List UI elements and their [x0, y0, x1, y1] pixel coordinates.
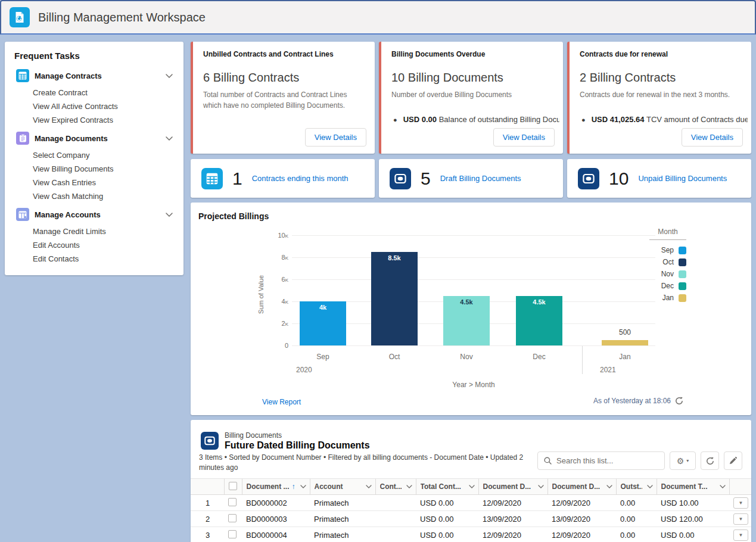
list-controls: ⚙ ▾ — [537, 451, 742, 470]
chevron-down-icon — [366, 485, 372, 488]
kpi-card: Billing Documents Overdue10 Billing Docu… — [379, 42, 563, 154]
chart-refresh-status: As of Yesterday at 18:06 — [593, 397, 683, 405]
sidebar-group-contracts[interactable]: Manage Contracts — [14, 68, 174, 83]
kpi-card-description: Number of overdue Billing Documents — [391, 89, 555, 100]
chart-bar-nov[interactable]: 4.5k — [443, 296, 490, 345]
row-actions-button[interactable]: ▼ — [733, 497, 748, 509]
cell-text: 13/09/2020 — [547, 511, 616, 527]
stat-tile[interactable]: 5Draft Billing Documents — [379, 159, 563, 198]
sidebar-item[interactable]: View Billing Documents — [14, 162, 174, 176]
sidebar-group-label: Manage Accounts — [35, 210, 166, 219]
cell-text: USD 0.00 — [416, 527, 478, 542]
stat-tiles-row: 1Contracts ending this month5Draft Billi… — [191, 159, 751, 198]
kpi-card: Unbilled Contracts and Contract Lines6 B… — [191, 42, 375, 154]
chevron-down-icon — [166, 136, 173, 141]
legend-swatch — [679, 294, 686, 302]
column-header[interactable]: Document T... — [657, 479, 729, 495]
column-header[interactable]: Outst... — [616, 479, 657, 495]
list-settings-button[interactable]: ⚙ ▾ — [670, 451, 696, 470]
column-header[interactable]: Total Cont... — [416, 479, 478, 495]
legend-entry: Sep — [649, 244, 686, 256]
chart-title: Projected Billings — [198, 211, 269, 221]
stat-tile-link[interactable]: Unpaid Billing Documents — [638, 174, 727, 183]
cell-link[interactable]: Primatech — [310, 511, 375, 527]
row-checkbox[interactable] — [228, 514, 237, 522]
legend-entry: Dec — [649, 280, 686, 292]
list-context-label: Billing Documents — [225, 431, 282, 440]
sort-ascending-icon: ↑ — [292, 482, 295, 491]
view-report-link[interactable]: View Report — [262, 398, 301, 406]
sidebar-item[interactable]: View All Active Contracts — [14, 99, 174, 113]
cell-text: 0.00 — [616, 511, 657, 527]
legend-entry-label: Sep — [661, 246, 674, 254]
select-all-header[interactable] — [224, 479, 242, 495]
cell-link[interactable]: BD0000002 — [242, 495, 310, 511]
cell-text: USD 10.00 — [657, 495, 729, 511]
row-actions-button[interactable]: ▼ — [733, 529, 748, 541]
sidebar-group-documents[interactable]: Manage Documents — [14, 131, 174, 145]
cell-link[interactable]: Primatech — [310, 495, 375, 511]
x-category-label: Sep — [300, 353, 346, 361]
cell-link[interactable]: Primatech — [310, 527, 375, 542]
y-tick-label: 10k — [266, 232, 288, 239]
accounts-icon — [16, 208, 29, 221]
sidebar-item[interactable]: View Expired Contracts — [14, 113, 174, 127]
kpi-cards-row: Unbilled Contracts and Contract Lines6 B… — [191, 42, 751, 154]
refresh-icon[interactable] — [675, 397, 683, 405]
kpi-card-title: Billing Documents Overdue — [391, 50, 555, 58]
stat-tile-link[interactable]: Draft Billing Documents — [440, 174, 521, 183]
bullet-dot-icon: ● — [393, 116, 397, 123]
column-header-label: Outst... — [621, 482, 642, 491]
column-header[interactable]: Document D... — [478, 479, 547, 495]
gridline — [292, 345, 655, 346]
view-details-button[interactable]: View Details — [493, 128, 555, 147]
projected-billings-card: Projected Billings Sum of Value Year > M… — [191, 203, 751, 415]
column-header[interactable]: Document ...↑ — [242, 479, 310, 495]
column-header[interactable]: Document D... — [547, 479, 616, 495]
list-edit-button[interactable] — [724, 451, 742, 470]
chart-bar-oct[interactable]: 8.5k — [371, 252, 418, 345]
sidebar-item[interactable]: Edit Contacts — [14, 252, 174, 266]
cell-text — [375, 511, 416, 527]
stat-tile[interactable]: 1Contracts ending this month — [191, 159, 375, 198]
row-checkbox[interactable] — [228, 498, 237, 506]
row-actions-button[interactable]: ▼ — [733, 513, 748, 525]
bar-value-label: 4k — [300, 304, 346, 311]
legend-entry-label: Nov — [661, 270, 674, 278]
year-label: 2020 — [296, 366, 312, 374]
sidebar-item[interactable]: View Cash Matching — [14, 189, 174, 203]
sidebar-item[interactable]: Manage Credit Limits — [14, 225, 174, 238]
cell-link[interactable]: BD0000003 — [242, 511, 310, 527]
legend-swatch — [679, 258, 686, 266]
cell-link[interactable]: BD0000004 — [242, 527, 310, 542]
list-refresh-button[interactable] — [701, 451, 719, 470]
search-input[interactable] — [556, 456, 658, 465]
contracts-icon — [201, 168, 223, 189]
column-header[interactable]: Account — [310, 479, 375, 495]
stat-tile[interactable]: 10Unpaid Billing Documents — [567, 159, 751, 198]
view-details-button[interactable]: View Details — [682, 128, 743, 147]
sidebar-item[interactable]: Edit Accounts — [14, 238, 174, 252]
billing-icon — [578, 168, 599, 189]
select-all-checkbox[interactable] — [229, 482, 237, 490]
cell-text: USD 0.00 — [657, 527, 729, 542]
chart-bar-dec[interactable]: 4.5k — [516, 296, 562, 345]
row-checkbox[interactable] — [228, 530, 237, 538]
cell-text: 12/09/2020 — [478, 527, 547, 542]
sidebar-group-accounts[interactable]: Manage Accounts — [14, 207, 174, 222]
kpi-card-description: Total number of Contracts and Contract L… — [203, 89, 366, 111]
view-details-button[interactable]: View Details — [305, 128, 366, 147]
sidebar-item[interactable]: Create Contract — [14, 86, 174, 99]
sidebar-item[interactable]: View Cash Entries — [14, 176, 174, 189]
row-number: 3 — [191, 527, 224, 542]
sidebar-item[interactable]: Select Company — [14, 148, 174, 162]
year-separator-line — [582, 345, 583, 374]
stat-tile-link[interactable]: Contracts ending this month — [252, 174, 349, 183]
stat-tile-value: 1 — [232, 169, 242, 189]
chart-bar-jan[interactable]: 500 — [602, 340, 648, 345]
stat-tile-value: 10 — [609, 169, 629, 189]
billing-icon — [390, 168, 411, 189]
chevron-down-icon — [606, 485, 612, 488]
chart-bar-sep[interactable]: 4k — [300, 301, 346, 345]
column-header[interactable]: Cont... — [375, 479, 416, 495]
